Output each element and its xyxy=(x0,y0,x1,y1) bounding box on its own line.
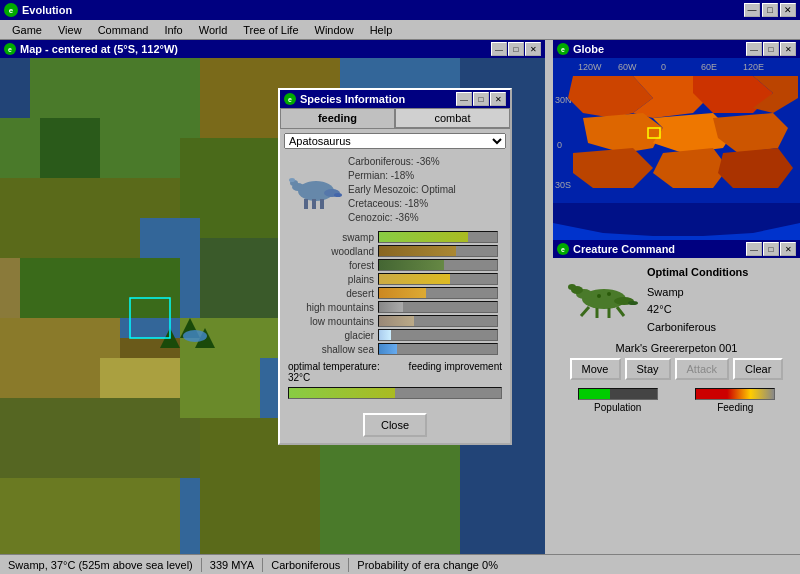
condition-era: Carboniferous xyxy=(647,319,748,337)
habitat-bar-woodland xyxy=(378,245,498,257)
svg-text:60E: 60E xyxy=(701,62,717,72)
move-button[interactable]: Move xyxy=(570,358,621,380)
globe-maximize[interactable]: □ xyxy=(763,42,779,56)
temperature-section: optimal temperature: 32°C feeding improv… xyxy=(284,359,506,385)
feeding-bar-fill xyxy=(696,389,774,399)
globe-content: 120W 60W 0 60E 120E 30N 0 30S 60S xyxy=(553,58,800,240)
globe-window-icon: e xyxy=(557,43,569,55)
menu-view[interactable]: View xyxy=(50,22,90,38)
habitat-bar-forest xyxy=(378,259,498,271)
title-bar-controls: — □ ✕ xyxy=(744,3,796,17)
improvement-bar-container xyxy=(288,387,502,399)
svg-rect-37 xyxy=(312,199,316,209)
creature-name: Mark's Greererpeton 001 xyxy=(559,342,794,354)
population-bar xyxy=(578,388,658,400)
svg-point-67 xyxy=(628,301,638,305)
svg-point-27 xyxy=(183,330,207,342)
creature-minimize[interactable]: — xyxy=(746,242,762,256)
menu-tree-of-life[interactable]: Tree of Life xyxy=(235,22,306,38)
species-title-bar: e Species Information — □ ✕ xyxy=(280,90,510,108)
globe-svg: 120W 60W 0 60E 120E 30N 0 30S 60S xyxy=(553,58,800,240)
tab-combat[interactable]: combat xyxy=(395,108,510,128)
menu-bar: Game View Command Info World Tree of Lif… xyxy=(0,20,800,40)
creature-title-bar: e Creature Command — □ ✕ xyxy=(553,240,800,258)
close-button-container: Close xyxy=(280,407,510,443)
svg-text:120E: 120E xyxy=(743,62,764,72)
habitat-label-desert: desert xyxy=(284,288,374,299)
creature-maximize[interactable]: □ xyxy=(763,242,779,256)
habitat-row-forest: forest xyxy=(284,259,506,271)
menu-command[interactable]: Command xyxy=(90,22,157,38)
clear-button[interactable]: Clear xyxy=(733,358,783,380)
status-terrain: Swamp, 37°C (525m above sea level) xyxy=(0,558,202,572)
tab-feeding[interactable]: feeding xyxy=(280,108,395,128)
creature-image xyxy=(559,264,639,324)
close-button[interactable]: ✕ xyxy=(780,3,796,17)
habitat-label-woodland: woodland xyxy=(284,246,374,257)
menu-help[interactable]: Help xyxy=(362,22,401,38)
habitat-bar-glacier xyxy=(378,329,498,341)
habitat-label-high-mountains: high mountains xyxy=(284,302,374,313)
svg-rect-7 xyxy=(0,478,180,556)
habitat-bar-swamp xyxy=(378,231,498,243)
condition-biome: Swamp xyxy=(647,284,748,302)
svg-rect-20 xyxy=(100,358,180,398)
population-bar-fill xyxy=(579,389,610,399)
temp-label: optimal temperature: xyxy=(288,361,380,372)
map-minimize[interactable]: — xyxy=(491,42,507,56)
improvement-bar-fill xyxy=(289,388,395,398)
species-window-title: Species Information xyxy=(300,93,405,105)
population-label: Population xyxy=(594,402,641,413)
svg-point-35 xyxy=(334,193,342,197)
globe-minimize[interactable]: — xyxy=(746,42,762,56)
svg-rect-17 xyxy=(140,218,200,258)
conditions-title: Optimal Conditions xyxy=(647,264,748,282)
svg-marker-58 xyxy=(718,148,793,188)
habitat-bar-shallow-sea xyxy=(378,343,498,355)
svg-text:120W: 120W xyxy=(578,62,602,72)
species-minimize[interactable]: — xyxy=(456,92,472,106)
creature-main-info: Optimal Conditions Swamp 42°C Carbonifer… xyxy=(559,264,794,336)
condition-temp: 42°C xyxy=(647,301,748,319)
status-probability: Probability of era change 0% xyxy=(349,558,506,572)
species-select[interactable]: Apatosaurus xyxy=(284,133,506,149)
menu-game[interactable]: Game xyxy=(4,22,50,38)
feeding-indicator: Feeding xyxy=(695,388,775,413)
habitat-bar-low-mountains xyxy=(378,315,498,327)
species-content: Apatosaurus xyxy=(280,129,510,407)
globe-close[interactable]: ✕ xyxy=(780,42,796,56)
map-maximize[interactable]: □ xyxy=(508,42,524,56)
svg-line-68 xyxy=(581,307,589,316)
svg-text:60W: 60W xyxy=(618,62,637,72)
minimize-button[interactable]: — xyxy=(744,3,760,17)
app-icon: e xyxy=(4,3,18,17)
creature-command-window: e Creature Command — □ ✕ xyxy=(553,240,800,510)
species-close-button[interactable]: Close xyxy=(363,413,427,437)
menu-window[interactable]: Window xyxy=(307,22,362,38)
menu-world[interactable]: World xyxy=(191,22,236,38)
species-close[interactable]: ✕ xyxy=(490,92,506,106)
era-info: Carboniferous: -36% Permian: -18% Early … xyxy=(348,155,456,225)
creature-close[interactable]: ✕ xyxy=(780,242,796,256)
menu-info[interactable]: Info xyxy=(156,22,190,38)
maximize-button[interactable]: □ xyxy=(762,3,778,17)
svg-text:30S: 30S xyxy=(555,180,571,190)
status-bar: Swamp, 37°C (525m above sea level) 339 M… xyxy=(0,554,800,574)
svg-rect-38 xyxy=(320,199,324,209)
habitat-label-shallow-sea: shallow sea xyxy=(284,344,374,355)
map-window-icon: e xyxy=(4,43,16,55)
habitat-row-shallow-sea: shallow sea xyxy=(284,343,506,355)
feeding-bar xyxy=(695,388,775,400)
svg-rect-36 xyxy=(304,199,308,209)
map-close[interactable]: ✕ xyxy=(525,42,541,56)
stay-button[interactable]: Stay xyxy=(625,358,671,380)
optimal-temp: 32°C xyxy=(288,372,380,383)
creature-action-buttons: Move Stay Attack Clear xyxy=(559,358,794,380)
svg-rect-21 xyxy=(40,118,100,178)
svg-text:0: 0 xyxy=(557,140,562,150)
habitat-row-desert: desert xyxy=(284,287,506,299)
species-maximize[interactable]: □ xyxy=(473,92,489,106)
feeding-label: Feeding xyxy=(717,402,753,413)
map-title: Map - centered at (5°S, 112°W) xyxy=(20,43,178,55)
attack-button[interactable]: Attack xyxy=(675,358,730,380)
